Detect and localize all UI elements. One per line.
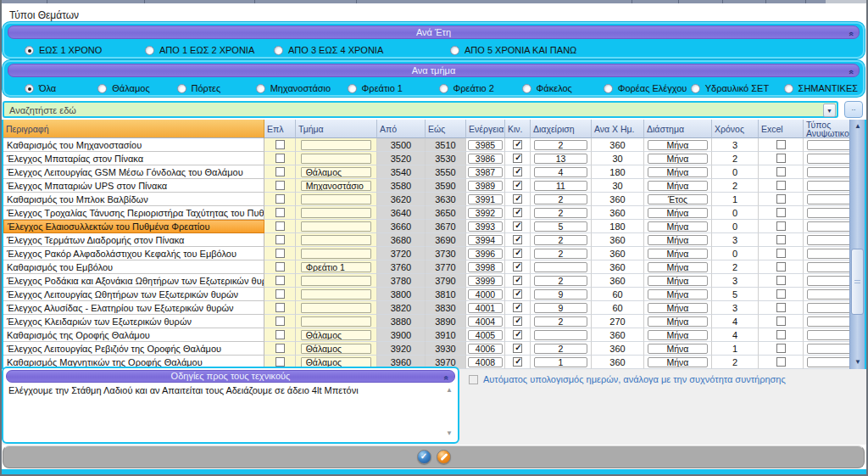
excel-checkbox[interactable] xyxy=(776,167,786,176)
cell-desc[interactable]: Καθαρισμός του Εμβόλου xyxy=(3,260,264,274)
energeia-field[interactable]: 4001 xyxy=(468,303,503,313)
energeia-field[interactable]: 3989 xyxy=(468,181,503,191)
diastima-field[interactable]: Μήνα xyxy=(648,262,708,272)
epl-checkbox[interactable] xyxy=(275,344,285,353)
diastima-field[interactable]: Μήνα xyxy=(648,167,708,177)
epl-checkbox[interactable] xyxy=(275,140,285,149)
table-row[interactable]: Έλεγχος Λειτουργίας GSM Μέσω Γόνδολας το… xyxy=(3,165,865,179)
energeia-field[interactable]: 3991 xyxy=(468,194,503,204)
energeia-field[interactable]: 4005 xyxy=(468,330,503,340)
cell-desc[interactable]: Έλεγχος Τερμάτων Διαδρομής στον Πίνακα xyxy=(3,233,264,247)
cell-desc[interactable]: Έλεγχος Ελαιοσυλλεκτών του Πυθμένα Φρεατ… xyxy=(3,220,264,233)
tmima-field[interactable] xyxy=(301,221,372,232)
radio-option-years-0[interactable]: ΕΩΣ 1 ΧΡΟΝΟ xyxy=(25,45,145,55)
kin-checkbox[interactable] xyxy=(513,262,522,272)
radio-option-sections-9[interactable]: ΣΗΜΑΝΤΙΚΕΣ xyxy=(784,83,858,93)
radio-option-sections-8[interactable]: Υδραυλικό ΣΕΤ xyxy=(691,83,784,93)
table-row[interactable]: Καθαρισμός της Οροφής ΘαλάμουΘάλαμος3900… xyxy=(3,328,865,342)
diastima-field[interactable]: Έτος xyxy=(648,194,708,204)
radio-option-sections-1[interactable]: Θάλαμος xyxy=(97,83,176,93)
table-row[interactable]: Έλεγχος Λειτουργίας Ωθητήρων των Εξωτερι… xyxy=(3,288,865,301)
tmima-field[interactable]: Θάλαμος xyxy=(301,344,372,354)
excel-checkbox[interactable] xyxy=(776,194,786,204)
excel-checkbox[interactable] xyxy=(776,140,786,149)
tmima-field[interactable] xyxy=(301,140,372,150)
epl-checkbox[interactable] xyxy=(275,357,285,367)
epl-checkbox[interactable] xyxy=(275,208,285,217)
diaxeirisi-field[interactable]: 2 xyxy=(534,344,588,354)
instructions-textarea[interactable]: Ελέγχουμε την Στάθμη Λαδιού και αν Απαιτ… xyxy=(6,384,455,440)
diaxeirisi-field[interactable]: 5 xyxy=(534,221,588,232)
diaxeirisi-field[interactable]: 1 xyxy=(534,357,588,367)
diastima-field[interactable]: Μήνα xyxy=(648,181,708,191)
diaxeirisi-field[interactable]: 2 xyxy=(534,208,588,218)
energeia-field[interactable]: 4006 xyxy=(468,344,503,354)
diaxeirisi-field[interactable]: 2 xyxy=(534,249,588,259)
excel-checkbox[interactable] xyxy=(776,316,786,326)
excel-checkbox[interactable] xyxy=(776,221,786,231)
radio-icon[interactable] xyxy=(522,84,531,93)
energeia-field[interactable]: 3992 xyxy=(468,208,503,218)
cell-desc[interactable]: Καθαρισμός του Μηχανοστασίου xyxy=(3,138,264,152)
epl-checkbox[interactable] xyxy=(275,262,285,272)
kin-checkbox[interactable] xyxy=(513,249,522,258)
epl-checkbox[interactable] xyxy=(275,167,285,176)
epl-checkbox[interactable] xyxy=(275,276,285,285)
epl-checkbox[interactable] xyxy=(275,181,285,190)
radio-icon[interactable] xyxy=(604,84,613,93)
table-row[interactable]: Έλεγχος Τροχαλίας Τάνυσης Περιοριστήρα Τ… xyxy=(3,206,865,220)
energeia-field[interactable]: 3996 xyxy=(468,249,503,259)
column-header-epl[interactable]: Επλ xyxy=(264,120,296,138)
tmima-field[interactable] xyxy=(301,289,372,300)
table-row[interactable]: Έλεγχος Μπαταριών UPS στον ΠίνακαΜηχανοσ… xyxy=(3,179,865,193)
tmima-field[interactable] xyxy=(301,303,372,313)
epl-checkbox[interactable] xyxy=(275,194,285,204)
tmima-field[interactable] xyxy=(301,276,372,286)
column-header-xronos[interactable]: Χρόνος xyxy=(712,120,759,138)
radio-icon[interactable] xyxy=(784,84,793,93)
diastima-field[interactable]: Μήνα xyxy=(648,276,708,286)
diastima-field[interactable]: Μήνα xyxy=(648,154,708,164)
cell-desc[interactable]: Καθαρισμός της Οροφής Θαλάμου xyxy=(3,328,264,342)
tmima-field[interactable]: Θάλαμος xyxy=(301,167,372,177)
kin-checkbox[interactable] xyxy=(513,357,522,367)
tmima-field[interactable] xyxy=(301,208,372,218)
column-header-apo[interactable]: Από xyxy=(377,120,426,138)
kin-checkbox[interactable] xyxy=(513,235,522,244)
column-header-ana_x[interactable]: Ανα Χ Ημ. xyxy=(592,120,644,138)
cell-desc[interactable]: Έλεγχος Μπαταριών UPS στον Πίνακα xyxy=(3,179,264,193)
table-row[interactable]: Καθαρισμός του Μπλοκ Βαλβίδων36203630399… xyxy=(3,193,865,206)
kin-checkbox[interactable] xyxy=(513,303,522,312)
diastima-field[interactable]: Μήνα xyxy=(648,303,708,313)
diastima-field[interactable]: Μήνα xyxy=(648,316,708,327)
diastima-field[interactable]: Μήνα xyxy=(648,140,708,150)
radio-icon[interactable] xyxy=(274,46,283,55)
diaxeirisi-field[interactable]: 2 xyxy=(534,316,588,327)
check-circle-icon[interactable] xyxy=(417,450,431,464)
kin-checkbox[interactable] xyxy=(513,276,522,285)
radio-icon[interactable] xyxy=(25,46,34,55)
diastima-field[interactable]: Μήνα xyxy=(648,344,708,354)
cell-desc[interactable]: Έλεγχος Ρακόρ Αλφαδολάστιχου Κεφαλής του… xyxy=(3,247,264,260)
energeia-field[interactable]: 3994 xyxy=(468,235,503,245)
excel-checkbox[interactable] xyxy=(776,208,786,217)
kin-checkbox[interactable] xyxy=(513,221,522,231)
column-header-kin[interactable]: Κιν. xyxy=(505,120,531,138)
kin-checkbox[interactable] xyxy=(513,154,522,163)
textarea-scroll-down-icon[interactable]: ▼ xyxy=(446,430,454,437)
tmima-field[interactable] xyxy=(301,249,372,259)
kin-checkbox[interactable] xyxy=(513,208,522,217)
scrollbar-thumb[interactable] xyxy=(851,249,864,315)
kin-checkbox[interactable] xyxy=(513,289,522,299)
radio-option-sections-3[interactable]: Μηχανοστάσιο xyxy=(256,83,348,93)
excel-checkbox[interactable] xyxy=(776,289,786,299)
cell-desc[interactable]: Έλεγχος Αλυσίδας - Ελατηρίου των Εξωτερι… xyxy=(3,301,264,315)
column-header-desc[interactable]: Περιγραφή xyxy=(3,120,264,138)
kin-checkbox[interactable] xyxy=(513,194,522,204)
energeia-field[interactable]: 4004 xyxy=(468,316,503,327)
energeia-field[interactable]: 3993 xyxy=(468,221,503,232)
radio-icon[interactable] xyxy=(256,84,265,93)
tmima-field[interactable]: Φρεάτιο 1 xyxy=(301,262,372,272)
table-row[interactable]: Έλεγχος Αλυσίδας - Ελατηρίου των Εξωτερι… xyxy=(3,301,865,315)
column-header-eos[interactable]: Εώς xyxy=(426,120,466,138)
